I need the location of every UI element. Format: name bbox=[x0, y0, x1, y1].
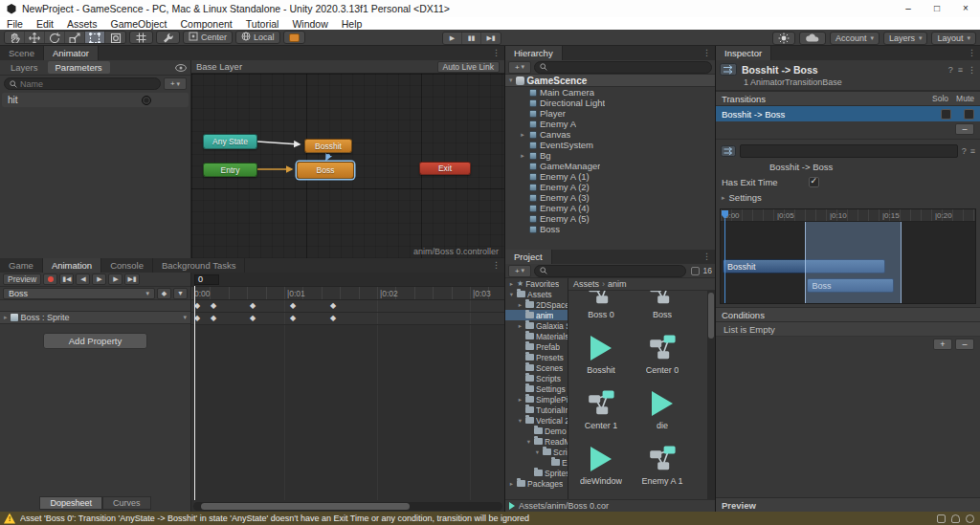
state-boss[interactable]: Boss bbox=[297, 162, 354, 179]
transition-timeline[interactable]: 0:00|0:05|0:10|0:15|0:20 Bosshit Boss bbox=[720, 208, 976, 304]
expand-arrow-icon[interactable]: ▸ bbox=[517, 396, 523, 404]
account-dropdown[interactable]: Account▾ bbox=[830, 32, 880, 45]
expand-arrow-icon[interactable]: ▸ bbox=[508, 480, 515, 488]
next-key-button[interactable]: ▶ bbox=[108, 273, 122, 285]
foldout-arrow-icon[interactable]: ▾ bbox=[509, 77, 513, 84]
layers-dropdown[interactable]: Layers▾ bbox=[883, 32, 928, 45]
hierarchy-item-canvas[interactable]: ▸Canvas bbox=[505, 129, 715, 140]
asset-center-0[interactable]: Center 0 bbox=[632, 321, 693, 377]
tab-hierarchy[interactable]: Hierarchy bbox=[505, 46, 563, 60]
remove-condition-button[interactable]: – bbox=[955, 339, 974, 350]
hidden-count-label[interactable]: 16 bbox=[703, 266, 712, 275]
project-folder-simplepixel[interactable]: ▸SimplePixel bbox=[505, 394, 568, 405]
animation-timeline[interactable]: 0 0:00|0:01|0:02|0:03 ◆◆◆◆◆ ◆◆◆◆◆ bbox=[191, 273, 504, 512]
rotate-tool-button[interactable] bbox=[45, 32, 65, 44]
asset-enemy-a-1[interactable]: Enemy A 1 bbox=[632, 432, 693, 488]
menu-assets[interactable]: Assets bbox=[60, 18, 104, 30]
custom-editor-tools-button[interactable] bbox=[156, 31, 180, 44]
maximize-button[interactable]: □ bbox=[923, 0, 951, 17]
keyframe-diamond[interactable]: ◆ bbox=[211, 301, 216, 310]
status-message[interactable]: Asset 'Boss 0': Transition 'AnyState -> … bbox=[20, 514, 932, 523]
preview-bar[interactable]: Preview bbox=[716, 497, 980, 512]
dopesheet-button[interactable]: Dopesheet bbox=[39, 496, 102, 510]
close-button[interactable]: × bbox=[951, 0, 980, 17]
transition-anystate-bosshit[interactable] bbox=[257, 142, 300, 144]
rect-tool-button[interactable] bbox=[85, 32, 105, 44]
menu-help[interactable]: Help bbox=[335, 18, 369, 30]
hierarchy-item-enemy-a-3-[interactable]: Enemy A (3) bbox=[505, 192, 715, 203]
record-button[interactable] bbox=[43, 273, 57, 285]
solo-checkbox[interactable] bbox=[941, 109, 951, 120]
project-folder-2dspacesh[interactable]: ▸2DSpacesh bbox=[505, 299, 568, 310]
project-folder-packages[interactable]: ▸Packages bbox=[505, 478, 568, 489]
grid-snap-button[interactable] bbox=[129, 31, 153, 44]
background-activity-icon[interactable] bbox=[966, 514, 974, 523]
time-ruler[interactable]: 0:00|0:01|0:02|0:03 bbox=[191, 287, 504, 300]
collab-cloud-button[interactable] bbox=[799, 32, 826, 45]
state-any-state[interactable]: Any State bbox=[203, 134, 257, 149]
current-frame-field[interactable]: 0 bbox=[194, 274, 219, 285]
grid-icon[interactable] bbox=[937, 514, 946, 523]
expand-arrow-icon[interactable]: ▾ bbox=[534, 448, 541, 456]
project-folder-settings[interactable]: Settings bbox=[505, 383, 568, 394]
chevron-down-icon[interactable]: ▾ bbox=[183, 314, 187, 321]
menu-gameobject[interactable]: GameObject bbox=[104, 18, 174, 30]
project-folder-scenes[interactable]: Scenes bbox=[505, 362, 568, 373]
tab-project[interactable]: Project bbox=[505, 250, 552, 264]
state-bosshit[interactable]: Bosshit bbox=[304, 139, 352, 153]
transition-list-item[interactable]: Bosshit -> Boss bbox=[716, 106, 980, 121]
tab-console[interactable]: Console bbox=[101, 258, 153, 273]
panel-menu-icon[interactable]: ⋮ bbox=[492, 46, 501, 60]
parameter-search-input[interactable]: Name bbox=[4, 77, 161, 90]
project-folder-demo[interactable]: Demo bbox=[505, 426, 568, 436]
hierarchy-item-enemy-a-1-[interactable]: Enemy A (1) bbox=[505, 171, 715, 182]
keyframe-diamond[interactable]: ◆ bbox=[330, 301, 336, 310]
expand-arrow-icon[interactable]: ▸ bbox=[508, 280, 515, 288]
scene-row[interactable]: ▾ GameScence bbox=[505, 75, 715, 87]
summary-keyframe-row[interactable]: ◆◆◆◆◆ bbox=[191, 300, 504, 313]
tab-inspector[interactable]: Inspector bbox=[716, 46, 771, 60]
scrollbar-thumb[interactable] bbox=[708, 293, 714, 339]
play-button[interactable]: ▶ bbox=[443, 33, 462, 44]
panel-menu-icon[interactable]: ⋮ bbox=[702, 46, 711, 60]
state-entry[interactable]: Entry bbox=[203, 163, 257, 177]
expand-arrow-icon[interactable]: ▸ bbox=[517, 322, 523, 330]
minimize-button[interactable]: – bbox=[894, 0, 923, 17]
vertical-scrollbar[interactable] bbox=[707, 291, 715, 499]
keyframe-diamond[interactable]: ◆ bbox=[250, 314, 256, 322]
has-exit-time-checkbox[interactable] bbox=[809, 177, 819, 187]
asset-center-1[interactable]: Center 1 bbox=[570, 377, 632, 432]
goto-end-button[interactable]: ▶▮ bbox=[124, 273, 139, 285]
transition-duration-region[interactable] bbox=[805, 222, 902, 303]
project-folder-scripts[interactable]: Scripts bbox=[505, 373, 568, 383]
project-folder-favorites[interactable]: ▸★Favorites bbox=[505, 278, 568, 289]
custom-tool-button[interactable] bbox=[283, 31, 305, 44]
search-by-type-icon[interactable] bbox=[691, 267, 700, 275]
clip-dropdown[interactable]: Boss▾ bbox=[3, 288, 155, 299]
project-folder-assets[interactable]: ▾Assets bbox=[505, 289, 568, 299]
add-property-button[interactable]: Add Property bbox=[43, 333, 147, 349]
preview-toggle-button[interactable]: Preview bbox=[3, 273, 41, 285]
subtab-parameters[interactable]: Parameters bbox=[48, 61, 110, 74]
project-folder-vertical-2d[interactable]: ▾Vertical 2D bbox=[505, 415, 568, 426]
space-toggle-button[interactable]: Local bbox=[235, 31, 280, 44]
panel-menu-icon[interactable]: ⋮ bbox=[968, 46, 976, 60]
scale-tool-button[interactable] bbox=[65, 32, 85, 44]
curves-button[interactable]: Curves bbox=[102, 496, 151, 510]
graph-canvas[interactable]: Any State Bosshit Entry Boss Exit anim/B… bbox=[191, 74, 504, 258]
step-button[interactable]: ▶▮ bbox=[481, 33, 501, 44]
project-folder-materials[interactable]: Materials bbox=[505, 331, 568, 341]
add-condition-button[interactable]: + bbox=[933, 339, 952, 350]
tab-game[interactable]: Game bbox=[0, 258, 43, 273]
help-icon[interactable]: ? bbox=[948, 65, 953, 75]
trigger-radio-button[interactable] bbox=[142, 96, 151, 105]
status-bar[interactable]: Asset 'Boss 0': Transition 'AnyState -> … bbox=[0, 512, 980, 525]
hierarchy-item-directional-light[interactable]: Directional Light bbox=[505, 98, 715, 108]
panel-menu-icon[interactable]: ⋮ bbox=[492, 258, 501, 273]
hierarchy-search-input[interactable] bbox=[534, 61, 712, 74]
asset-boss[interactable]: Boss bbox=[632, 291, 693, 321]
hierarchy-item-player[interactable]: Player bbox=[505, 108, 715, 119]
project-folder-readme[interactable]: ▾ReadMe bbox=[505, 436, 568, 447]
state-exit[interactable]: Exit bbox=[419, 162, 471, 175]
menu-file[interactable]: File bbox=[0, 18, 30, 30]
